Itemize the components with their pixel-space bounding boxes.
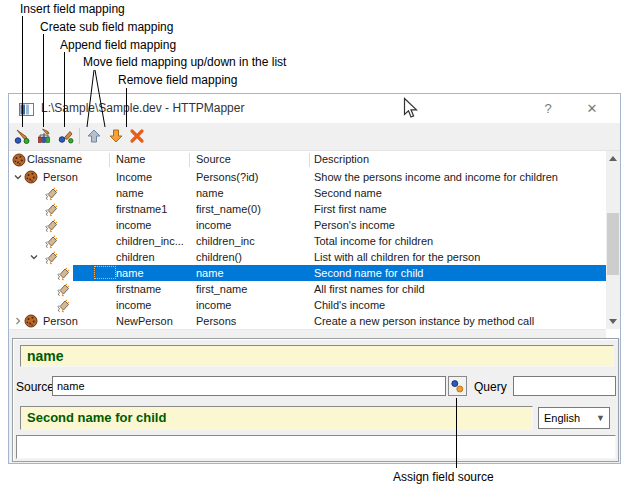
column-separator[interactable] <box>189 153 190 167</box>
field-name-header: name <box>20 345 614 367</box>
cell-name: children_inc... <box>116 233 184 249</box>
insert-field-mapping-icon[interactable] <box>14 128 30 144</box>
table-row[interactable]: PersonIncomePersons(?id)Show the persons… <box>9 169 606 185</box>
column-header-source[interactable]: Source <box>196 153 231 165</box>
table-row[interactable]: PersonNewPersonPersonsCreate a new perso… <box>9 313 606 329</box>
table-row[interactable]: incomeincomeChild's income <box>9 297 606 313</box>
cell-source: first_name(0) <box>196 201 261 217</box>
field-icon <box>43 186 59 200</box>
cell-description: Second name <box>314 185 382 201</box>
table-row[interactable]: namenameSecond name for child <box>9 265 606 281</box>
scroll-up-icon[interactable] <box>609 156 617 161</box>
field-detail-panel: name Source Query Second name for child … <box>12 338 619 462</box>
cell-name: Income <box>116 169 152 185</box>
cell-description: Show the persons income and income for c… <box>314 169 558 185</box>
table-header: Classname Name Source Description <box>9 151 606 169</box>
cell-source: children_inc <box>196 233 255 249</box>
field-icon <box>55 266 71 280</box>
cell-source: name <box>196 185 224 201</box>
help-button[interactable]: ? <box>538 99 558 118</box>
window-title: L:\Sample\Sample.dev - HTTPMapper <box>41 101 244 115</box>
vertical-scrollbar[interactable] <box>606 151 620 329</box>
mapping-table: Classname Name Source Description Person… <box>9 150 620 338</box>
move-field-mapping-down-icon[interactable] <box>108 128 124 144</box>
annotation-create-sub-field-mapping: Create sub field mapping <box>40 20 173 34</box>
cell-source: name <box>196 265 224 281</box>
cell-name: firstname <box>116 281 161 297</box>
field-icon <box>43 234 59 248</box>
move-field-mapping-up-icon[interactable] <box>86 128 102 144</box>
column-separator[interactable] <box>309 153 310 167</box>
cell-name: income <box>116 297 151 313</box>
table-row[interactable]: firstname1first_name(0)First first name <box>9 201 606 217</box>
field-icon <box>43 202 59 216</box>
query-input[interactable] <box>513 376 616 396</box>
column-header-description[interactable]: Description <box>314 153 369 165</box>
field-icon <box>55 282 71 296</box>
cell-name: income <box>116 217 151 233</box>
mouse-cursor <box>403 97 420 124</box>
table-rows: PersonIncomePersons(?id)Show the persons… <box>9 169 606 329</box>
field-icon <box>43 218 59 232</box>
remove-field-mapping-icon[interactable] <box>129 128 145 144</box>
create-sub-field-mapping-icon[interactable] <box>36 128 52 144</box>
table-row[interactable]: firstnamefirst_nameAll first names for c… <box>9 281 606 297</box>
cell-name: name <box>116 265 144 281</box>
language-select[interactable]: English ▼ <box>538 407 610 429</box>
description-textarea[interactable] <box>16 435 616 459</box>
table-row[interactable]: childrenchildren()List with all children… <box>9 249 606 265</box>
column-separator[interactable] <box>109 153 110 167</box>
cell-description: All first names for child <box>314 281 425 297</box>
class-icon <box>12 153 28 167</box>
annotation-assign-field-source: Assign field source <box>393 470 494 484</box>
class-icon <box>24 314 40 328</box>
cell-name: name <box>116 185 144 201</box>
field-description-header: Second name for child <box>20 406 533 430</box>
close-button[interactable]: ✕ <box>582 99 602 118</box>
title-bar[interactable]: L:\Sample\Sample.dev - HTTPMapper ? ✕ <box>9 94 620 123</box>
cell-name: firstname1 <box>116 201 167 217</box>
annotation-insert-field-mapping: Insert field mapping <box>20 2 125 16</box>
cell-description: Total income for children <box>314 233 433 249</box>
language-value: English <box>544 412 580 424</box>
field-icon <box>55 298 71 312</box>
append-field-mapping-icon[interactable] <box>58 128 74 144</box>
scrollbar-thumb[interactable] <box>607 213 619 275</box>
annotation-append-field-mapping: Append field mapping <box>60 38 176 52</box>
page: Insert field mapping Create sub field ma… <box>0 0 630 485</box>
cell-source: income <box>196 297 231 313</box>
cell-classname: Person <box>43 313 78 329</box>
column-header-name[interactable]: Name <box>116 153 145 165</box>
cell-source: Persons <box>196 313 236 329</box>
focus-rect <box>94 266 116 279</box>
cell-source: first_name <box>196 281 247 297</box>
cell-source: income <box>196 217 231 233</box>
cell-description: Create a new person instance by method c… <box>314 313 534 329</box>
class-icon <box>24 170 40 184</box>
toolbar <box>9 123 620 150</box>
scroll-down-icon[interactable] <box>609 319 617 324</box>
cell-name: children <box>116 249 155 265</box>
table-row[interactable]: incomeincomePerson's income <box>9 217 606 233</box>
source-input[interactable] <box>52 376 446 396</box>
cell-source: Persons(?id) <box>196 169 258 185</box>
cell-description: Second name for child <box>314 265 423 281</box>
field-icon <box>43 250 59 264</box>
cell-description: Person's income <box>314 217 395 233</box>
httpmapper-window: L:\Sample\Sample.dev - HTTPMapper ? ✕ <box>8 93 621 464</box>
cell-source: children() <box>196 249 242 265</box>
cell-description: List with all children for the person <box>314 249 480 265</box>
cell-description: Child's income <box>314 297 385 313</box>
toolbar-separator <box>79 128 80 144</box>
annotation-move-field-mapping: Move field mapping up/down in the list <box>83 55 286 69</box>
table-row[interactable]: children_inc...children_incTotal income … <box>9 233 606 249</box>
source-label: Source <box>16 380 54 394</box>
column-header-classname[interactable]: Classname <box>27 153 82 165</box>
chevron-down-icon: ▼ <box>596 408 605 428</box>
cell-name: NewPerson <box>116 313 173 329</box>
table-row[interactable]: namenameSecond name <box>9 185 606 201</box>
assign-field-source-button[interactable] <box>448 376 467 396</box>
annotation-remove-field-mapping: Remove field mapping <box>118 73 237 87</box>
query-label: Query <box>474 380 507 394</box>
cell-classname: Person <box>43 169 78 185</box>
